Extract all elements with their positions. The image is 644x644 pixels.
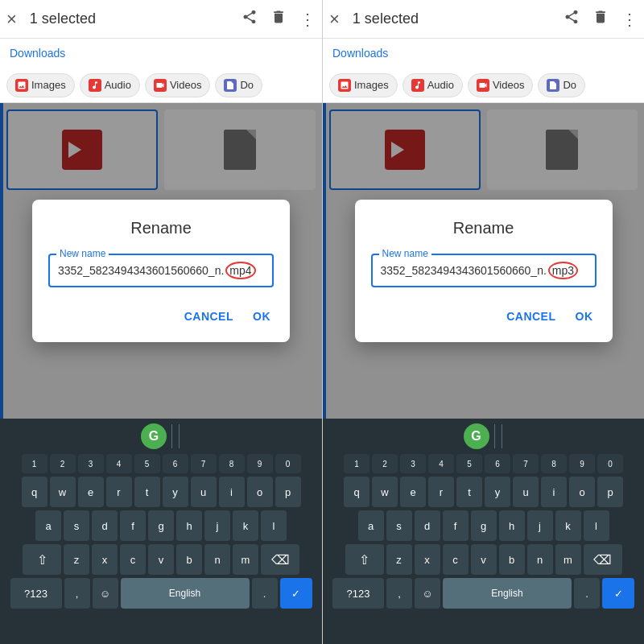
right-tab-docs[interactable]: Do (538, 73, 585, 97)
right-key-check[interactable]: ✓ (602, 578, 634, 609)
left-key-3[interactable]: 3 (78, 454, 104, 473)
left-key-b[interactable]: b (176, 544, 202, 575)
left-key-j[interactable]: j (204, 510, 230, 541)
left-key-k[interactable]: k (233, 510, 258, 541)
left-key-4[interactable]: 4 (106, 454, 132, 473)
right-key-7[interactable]: 7 (513, 454, 539, 473)
left-key-period[interactable]: . (252, 578, 278, 609)
left-key-r[interactable]: r (106, 477, 132, 507)
left-key-5[interactable]: 5 (134, 454, 160, 473)
right-key-u[interactable]: u (513, 477, 539, 507)
right-key-0[interactable]: 0 (597, 454, 623, 473)
right-key-comma[interactable]: , (386, 578, 412, 609)
right-key-8[interactable]: 8 (541, 454, 567, 473)
right-tab-videos[interactable]: Videos (468, 73, 534, 97)
right-key-m[interactable]: m (555, 544, 581, 575)
left-key-c[interactable]: c (120, 544, 146, 575)
left-key-shift[interactable]: ⇧ (23, 544, 61, 575)
right-key-i[interactable]: i (541, 477, 567, 507)
left-tab-docs[interactable]: Do (215, 73, 262, 97)
left-more-icon[interactable]: ⋮ (299, 10, 316, 29)
right-key-1[interactable]: 1 (344, 454, 369, 473)
left-input-text[interactable]: 3352_5823494343601560660_n.mp4 (58, 262, 264, 279)
left-key-8[interactable]: 8 (219, 454, 245, 473)
left-key-e[interactable]: e (78, 477, 104, 507)
right-key-h[interactable]: h (499, 510, 525, 541)
right-key-d[interactable]: d (415, 510, 440, 541)
right-key-n[interactable]: n (527, 544, 553, 575)
right-key-o[interactable]: o (569, 477, 595, 507)
right-key-5[interactable]: 5 (456, 454, 482, 473)
left-key-emoji[interactable]: ☺ (93, 578, 118, 609)
left-key-7[interactable]: 7 (191, 454, 217, 473)
left-key-u[interactable]: u (191, 477, 217, 507)
left-tab-videos[interactable]: Videos (145, 73, 211, 97)
right-key-num123[interactable]: ?123 (332, 578, 384, 609)
left-key-2[interactable]: 2 (50, 454, 76, 473)
left-tab-images[interactable]: Images (6, 73, 75, 97)
right-key-6[interactable]: 6 (485, 454, 510, 473)
right-key-g[interactable]: g (471, 510, 497, 541)
right-key-s[interactable]: s (386, 510, 412, 541)
left-close-btn[interactable]: × (6, 9, 17, 30)
left-key-p[interactable]: p (275, 477, 301, 507)
right-key-t[interactable]: t (456, 477, 482, 507)
right-key-x[interactable]: x (415, 544, 440, 575)
right-key-2[interactable]: 2 (372, 454, 398, 473)
right-key-a[interactable]: a (358, 510, 384, 541)
left-breadcrumb-link[interactable]: Downloads (10, 47, 65, 60)
left-key-1[interactable]: 1 (22, 454, 47, 473)
right-key-c[interactable]: c (443, 544, 469, 575)
left-key-t[interactable]: t (134, 477, 160, 507)
right-key-emoji[interactable]: ☺ (415, 578, 440, 609)
right-key-l[interactable]: l (584, 510, 609, 541)
right-key-backspace[interactable]: ⌫ (584, 544, 622, 575)
left-key-q[interactable]: q (22, 477, 47, 507)
right-key-k[interactable]: k (555, 510, 581, 541)
left-share-icon[interactable] (242, 9, 258, 29)
left-key-m[interactable]: m (233, 544, 258, 575)
right-close-btn[interactable]: × (329, 9, 340, 30)
left-delete-icon[interactable] (270, 9, 287, 29)
right-cancel-btn[interactable]: CANCEL (503, 303, 559, 329)
right-input-text[interactable]: 3352_5823494343601560660_n.mp3 (381, 262, 587, 279)
left-key-h[interactable]: h (176, 510, 202, 541)
left-key-0[interactable]: 0 (275, 454, 301, 473)
right-key-w[interactable]: w (372, 477, 398, 507)
left-ok-btn[interactable]: OK (250, 303, 274, 329)
left-key-backspace[interactable]: ⌫ (261, 544, 299, 575)
right-breadcrumb-link[interactable]: Downloads (332, 47, 388, 60)
right-tab-images[interactable]: Images (329, 73, 398, 97)
right-key-period[interactable]: . (574, 578, 600, 609)
left-key-g[interactable]: g (148, 510, 174, 541)
left-key-v[interactable]: v (148, 544, 174, 575)
left-key-x[interactable]: x (92, 544, 118, 575)
right-key-f[interactable]: f (443, 510, 469, 541)
right-key-4[interactable]: 4 (428, 454, 454, 473)
left-key-check[interactable]: ✓ (280, 578, 312, 609)
left-grammarly-btn[interactable]: G (141, 423, 167, 449)
left-key-d[interactable]: d (92, 510, 118, 541)
right-grammarly-btn[interactable]: G (464, 423, 489, 449)
left-cancel-btn[interactable]: CANCEL (181, 303, 237, 329)
right-key-3[interactable]: 3 (400, 454, 426, 473)
left-key-i[interactable]: i (219, 477, 245, 507)
left-key-l[interactable]: l (261, 510, 287, 541)
right-delete-icon[interactable] (592, 9, 609, 29)
right-key-z[interactable]: z (386, 544, 412, 575)
right-key-p[interactable]: p (597, 477, 623, 507)
right-key-9[interactable]: 9 (569, 454, 595, 473)
right-key-j[interactable]: j (527, 510, 553, 541)
left-key-comma[interactable]: , (64, 578, 90, 609)
right-key-r[interactable]: r (428, 477, 454, 507)
right-key-shift[interactable]: ⇧ (345, 544, 384, 575)
left-key-n[interactable]: n (204, 544, 230, 575)
right-more-icon[interactable]: ⋮ (621, 10, 638, 29)
left-key-o[interactable]: o (247, 477, 273, 507)
left-tab-audio[interactable]: Audio (80, 73, 140, 97)
right-key-y[interactable]: y (485, 477, 510, 507)
right-share-icon[interactable] (564, 9, 580, 29)
right-key-q[interactable]: q (344, 477, 369, 507)
left-key-z[interactable]: z (64, 544, 89, 575)
right-key-space[interactable]: English (443, 578, 572, 609)
